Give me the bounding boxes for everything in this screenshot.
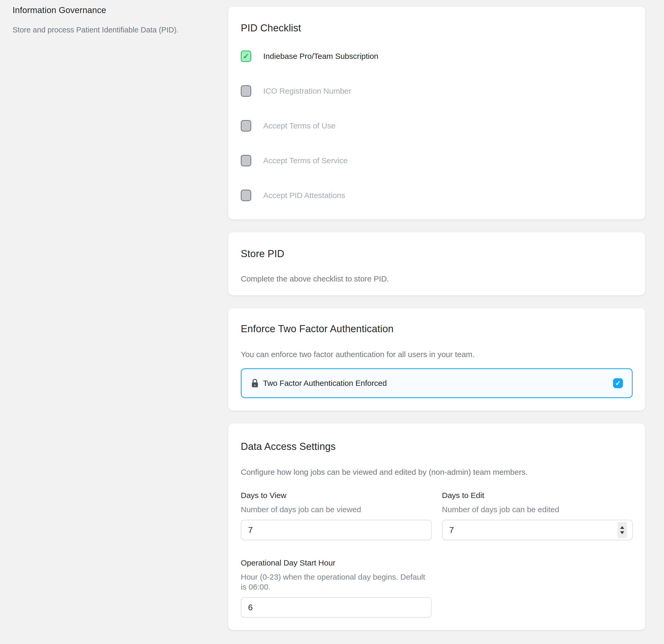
operational-day-start-hour-help: Hour (0-23) when the operational day beg… xyxy=(241,572,432,592)
checklist-item-label: Indiebase Pro/Team Subscription xyxy=(263,52,378,61)
store-pid-description: Complete the above checklist to store PI… xyxy=(241,274,632,284)
two-factor-toggle-label: Two Factor Authentication Enforced xyxy=(263,379,387,388)
data-access-description: Configure how long jobs can be viewed an… xyxy=(241,467,632,477)
checklist-item-terms-of-service[interactable]: Accept Terms of Service xyxy=(241,155,632,166)
operational-day-start-hour-input[interactable] xyxy=(241,597,432,618)
days-to-view-field: Days to View Number of days job can be v… xyxy=(241,490,432,540)
checklist-item-subscription[interactable]: ✓ Indiebase Pro/Team Subscription xyxy=(241,51,632,62)
settings-page: Information Governance Store and process… xyxy=(0,0,664,630)
check-icon: ✓ xyxy=(615,380,621,387)
days-to-edit-help: Number of days job can be edited xyxy=(442,505,633,515)
checkbox-unchecked[interactable] xyxy=(241,120,251,132)
number-stepper[interactable] xyxy=(618,522,627,538)
operational-day-start-hour-field: Operational Day Start Hour Hour (0-23) w… xyxy=(241,558,432,618)
checklist-item-label: Accept PID Attestations xyxy=(263,191,345,200)
checkbox-unchecked[interactable] xyxy=(241,190,251,201)
page-title: Information Governance xyxy=(13,5,216,15)
checklist-item-label: Accept Terms of Use xyxy=(263,121,335,130)
days-to-view-input-wrap xyxy=(241,520,432,540)
pid-checklist-title: PID Checklist xyxy=(241,22,632,34)
page-intro: Information Governance Store and process… xyxy=(13,5,216,34)
days-to-edit-field: Days to Edit Number of days job can be e… xyxy=(442,490,633,540)
check-icon: ✓ xyxy=(243,53,249,60)
checkbox-unchecked[interactable] xyxy=(241,85,251,97)
stepper-up-icon[interactable] xyxy=(620,526,624,529)
days-to-edit-label: Days to Edit xyxy=(442,490,633,500)
operational-day-start-hour-label: Operational Day Start Hour xyxy=(241,558,432,568)
days-to-view-input[interactable] xyxy=(241,520,432,540)
operational-day-start-hour-input-wrap xyxy=(241,597,432,618)
days-to-edit-input-wrap xyxy=(442,520,633,540)
page-subtitle: Store and process Patient Identifiable D… xyxy=(13,26,216,34)
stepper-down-icon[interactable] xyxy=(620,531,624,534)
two-factor-checkbox[interactable]: ✓ xyxy=(613,378,623,388)
two-factor-description: You can enforce two factor authenticatio… xyxy=(241,350,632,359)
data-access-title: Data Access Settings xyxy=(241,441,632,452)
checkbox-unchecked[interactable] xyxy=(241,155,251,166)
checklist-item-ico-registration[interactable]: ICO Registration Number xyxy=(241,85,632,97)
checkbox-checked[interactable]: ✓ xyxy=(241,51,251,62)
two-factor-title: Enforce Two Factor Authentication xyxy=(241,323,632,335)
checklist-item-label: ICO Registration Number xyxy=(263,86,351,96)
data-access-card: Data Access Settings Configure how long … xyxy=(228,423,645,630)
lock-icon xyxy=(251,379,258,388)
store-pid-card: Store PID Complete the above checklist t… xyxy=(228,232,645,295)
checklist-item-terms-of-use[interactable]: Accept Terms of Use xyxy=(241,120,632,132)
two-factor-toggle[interactable]: Two Factor Authentication Enforced ✓ xyxy=(241,368,632,398)
days-to-edit-input[interactable] xyxy=(442,520,633,540)
days-to-view-label: Days to View xyxy=(241,490,432,500)
checklist-item-label: Accept Terms of Service xyxy=(263,156,348,165)
pid-checklist: ✓ Indiebase Pro/Team Subscription ICO Re… xyxy=(241,51,632,201)
two-factor-card: Enforce Two Factor Authentication You ca… xyxy=(228,308,645,411)
days-to-view-help: Number of days job can be viewed xyxy=(241,505,432,515)
data-access-fields: Days to View Number of days job can be v… xyxy=(241,490,632,618)
pid-checklist-card: PID Checklist ✓ Indiebase Pro/Team Subsc… xyxy=(228,6,645,219)
settings-cards: PID Checklist ✓ Indiebase Pro/Team Subsc… xyxy=(228,6,645,630)
store-pid-title: Store PID xyxy=(241,248,632,260)
checklist-item-pid-attestations[interactable]: Accept PID Attestations xyxy=(241,190,632,201)
